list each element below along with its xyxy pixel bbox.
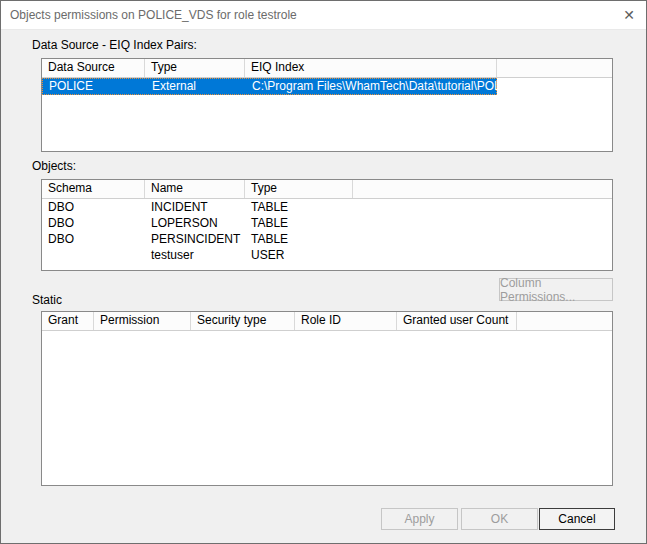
- cell-schema: DBO: [42, 199, 145, 215]
- column-header-filler: [353, 180, 612, 198]
- column-header-filler: [517, 312, 612, 330]
- cell-schema: [42, 247, 145, 263]
- objects-table-header: Schema Name Type: [42, 180, 612, 199]
- title-bar: Objects permissions on POLICE_VDS for ro…: [1, 1, 646, 30]
- column-header-granted-user-count[interactable]: Granted user Count: [397, 312, 517, 330]
- cell-name: INCIDENT: [145, 199, 245, 215]
- static-table: Grant Permission Security type Role ID G…: [41, 311, 613, 486]
- cell-obj-type: USER: [245, 247, 353, 263]
- table-row[interactable]: DBO PERSINCIDENT TABLE: [42, 231, 612, 247]
- column-header-eiq-index[interactable]: EIQ Index: [245, 59, 497, 77]
- close-icon: ✕: [623, 7, 635, 23]
- table-row[interactable]: POLICE External C:\Program Files\WhamTec…: [42, 78, 497, 95]
- pairs-table-header: Data Source Type EIQ Index: [42, 59, 612, 78]
- cell-eiq-index: C:\Program Files\WhamTech\Data\tutorial\…: [246, 79, 498, 94]
- column-header-type[interactable]: Type: [145, 59, 245, 77]
- ok-button[interactable]: OK: [461, 508, 538, 530]
- column-header-permission[interactable]: Permission: [94, 312, 191, 330]
- objects-section-label: Objects:: [32, 159, 76, 173]
- table-row[interactable]: DBO LOPERSON TABLE: [42, 215, 612, 231]
- column-header-obj-type[interactable]: Type: [245, 180, 353, 198]
- column-header-filler: [497, 59, 612, 77]
- cell-name: PERSINCIDENT: [145, 231, 245, 247]
- cell-obj-type: TABLE: [245, 231, 353, 247]
- cell-name: LOPERSON: [145, 215, 245, 231]
- objects-permissions-dialog: Objects permissions on POLICE_VDS for ro…: [0, 0, 647, 544]
- column-header-grant[interactable]: Grant: [42, 312, 94, 330]
- column-header-name[interactable]: Name: [145, 180, 245, 198]
- column-header-data-source[interactable]: Data Source: [42, 59, 145, 77]
- cell-obj-type: TABLE: [245, 215, 353, 231]
- pairs-table: Data Source Type EIQ Index POLICE Extern…: [41, 58, 613, 152]
- dialog-title: Objects permissions on POLICE_VDS for ro…: [10, 1, 297, 29]
- column-header-schema[interactable]: Schema: [42, 180, 145, 198]
- column-header-security-type[interactable]: Security type: [191, 312, 295, 330]
- column-permissions-button[interactable]: Column Permissions...: [499, 278, 613, 301]
- close-button[interactable]: ✕: [612, 1, 646, 29]
- cell-obj-type: TABLE: [245, 199, 353, 215]
- static-section-label: Static: [32, 293, 62, 307]
- static-table-header: Grant Permission Security type Role ID G…: [42, 312, 612, 331]
- cell-type: External: [146, 79, 246, 94]
- objects-table: Schema Name Type DBO INCIDENT TABLE DBO …: [41, 179, 613, 271]
- cell-schema: DBO: [42, 231, 145, 247]
- cancel-button[interactable]: Cancel: [539, 508, 615, 530]
- table-row[interactable]: DBO INCIDENT TABLE: [42, 199, 612, 215]
- table-row[interactable]: testuser USER: [42, 247, 612, 263]
- cell-name: testuser: [145, 247, 245, 263]
- pairs-section-label: Data Source - EIQ Index Pairs:: [32, 38, 197, 52]
- cell-schema: DBO: [42, 215, 145, 231]
- apply-button[interactable]: Apply: [381, 508, 458, 530]
- column-header-role-id[interactable]: Role ID: [295, 312, 397, 330]
- cell-data-source: POLICE: [43, 79, 146, 94]
